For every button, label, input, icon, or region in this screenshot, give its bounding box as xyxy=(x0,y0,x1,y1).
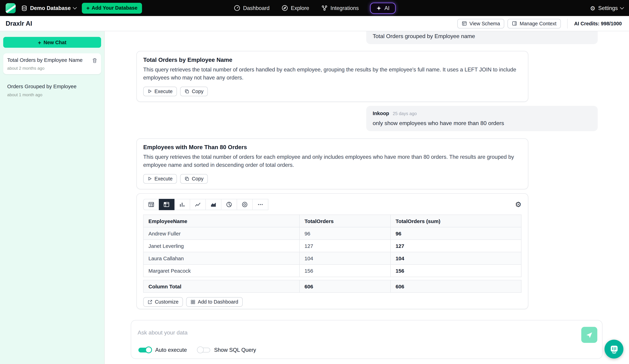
manage-context-button[interactable]: Manage Context xyxy=(507,19,561,28)
copy-icon xyxy=(185,176,190,181)
donut-chart-icon[interactable] xyxy=(237,199,253,210)
column-header[interactable]: TotalOrders xyxy=(300,215,390,227)
app-window: Demo Database + Add Your Database Dashbo… xyxy=(0,0,629,364)
chat-input[interactable] xyxy=(138,324,563,341)
send-icon xyxy=(586,331,593,338)
send-button[interactable] xyxy=(581,327,597,343)
nav-integrations[interactable]: Integrations xyxy=(321,5,359,11)
chat-item-time: about 1 month ago xyxy=(7,92,97,97)
show-sql-toggle[interactable]: Show SQL Query xyxy=(197,347,256,353)
nav-explore[interactable]: Explore xyxy=(282,5,309,11)
chevron-down-icon xyxy=(73,5,77,9)
result-table: EmployeeName TotalOrders TotalOrders (su… xyxy=(143,215,522,277)
divider xyxy=(567,19,568,28)
view-schema-button[interactable]: View Schema xyxy=(458,19,504,28)
add-database-button[interactable]: + Add Your Database xyxy=(82,3,142,13)
area-chart-icon[interactable] xyxy=(206,199,222,210)
sparkle-icon xyxy=(376,5,382,11)
chat-main-area: Total Orders grouped by Employee name To… xyxy=(105,31,629,364)
schema-icon xyxy=(462,21,467,26)
execute-button[interactable]: Execute xyxy=(143,174,177,183)
dashboard-icon xyxy=(234,5,240,11)
chat-support-launcher[interactable] xyxy=(605,340,624,359)
query-description: This query retrieves the total number of… xyxy=(143,153,522,169)
more-chart-types-icon[interactable] xyxy=(253,199,268,210)
page-header: Draxlr AI View Schema Manage Context xyxy=(0,16,629,31)
chart-settings-gear-icon[interactable]: ⚙ xyxy=(515,201,522,208)
line-chart-icon[interactable] xyxy=(190,199,206,210)
total-row: Column Total 606 606 xyxy=(144,280,521,293)
integrations-icon xyxy=(321,5,327,11)
result-table-total: Column Total 606 606 xyxy=(143,280,522,293)
ai-response-card: Total Orders by Employee Name This query… xyxy=(137,51,528,102)
message-timestamp: 25 days ago xyxy=(393,111,417,116)
nav-dashboard[interactable]: Dashboard xyxy=(234,5,269,11)
settings-menu[interactable]: ⚙ Settings xyxy=(590,5,624,11)
ai-response-card: Employees with More Than 80 Orders This … xyxy=(137,138,528,189)
add-to-dashboard-button[interactable]: Add to Dashboard xyxy=(186,297,243,307)
table-row: Laura Callahan 104 104 xyxy=(144,252,521,264)
customize-button[interactable]: Customize xyxy=(143,297,183,307)
page-title: Draxlr AI xyxy=(5,20,32,27)
message-author: Inkoop xyxy=(373,111,389,116)
table-header-row: EmployeeName TotalOrders TotalOrders (su… xyxy=(144,215,521,227)
new-chat-button[interactable]: + New Chat xyxy=(3,37,101,48)
external-link-icon xyxy=(148,300,153,304)
table-row: Janet Leverling 127 127 xyxy=(144,240,521,252)
copy-button[interactable]: Copy xyxy=(180,174,208,183)
query-title: Employees with More Than 80 Orders xyxy=(143,144,522,150)
plus-icon: + xyxy=(38,39,41,46)
query-title: Total Orders by Employee Name xyxy=(143,57,522,63)
play-icon xyxy=(148,89,152,94)
auto-execute-toggle[interactable]: Auto execute xyxy=(138,347,187,353)
trash-icon xyxy=(92,58,98,63)
chart-type-toolbar: ⚙ xyxy=(143,199,522,210)
table-row: Andrew Fuller 96 96 xyxy=(144,227,521,240)
sidebar-chat-item[interactable]: Orders Grouped by Employee about 1 month… xyxy=(3,80,101,101)
delete-chat-button[interactable] xyxy=(92,58,98,63)
settings-label: Settings xyxy=(598,5,618,11)
chevron-down-icon xyxy=(620,5,624,9)
bar-chart-icon[interactable] xyxy=(174,199,190,210)
sidebar-chat-item[interactable]: Total Orders by Employee Name about 2 mo… xyxy=(3,53,101,74)
dashboard-grid-icon xyxy=(191,300,195,304)
top-navigation-bar: Demo Database + Add Your Database Dashbo… xyxy=(0,0,629,16)
table-view-icon[interactable] xyxy=(143,199,159,210)
database-selector-label: Demo Database xyxy=(30,5,71,11)
database-selector[interactable]: Demo Database xyxy=(21,5,76,11)
database-icon xyxy=(21,5,27,11)
compass-icon xyxy=(282,5,288,11)
chat-item-time: about 2 months ago xyxy=(7,66,97,71)
query-description: This query retrieves the total number of… xyxy=(143,66,522,82)
chat-bubble-icon xyxy=(609,344,619,354)
user-message: Inkoop 25 days ago only show employees w… xyxy=(366,106,598,131)
copy-icon xyxy=(185,89,190,94)
chat-composer: Auto execute Show SQL Query xyxy=(131,320,603,359)
chat-sidebar: + New Chat Total Orders by Employee Name… xyxy=(0,31,105,364)
column-header[interactable]: EmployeeName xyxy=(144,215,300,227)
user-message: Total Orders grouped by Employee name xyxy=(366,31,598,44)
context-panel-icon xyxy=(512,21,517,26)
execute-button[interactable]: Execute xyxy=(143,87,177,96)
ai-credits: AI Credits: 998/1000 xyxy=(574,21,624,26)
copy-button[interactable]: Copy xyxy=(180,87,208,96)
toggle-switch-off[interactable] xyxy=(197,347,210,352)
main-nav: Dashboard Explore Integrations xyxy=(234,0,395,16)
pivot-table-view-icon[interactable] xyxy=(159,199,174,210)
result-card: ⚙ EmployeeName TotalOrders TotalOrders (… xyxy=(137,193,528,309)
column-header[interactable]: TotalOrders (sum) xyxy=(390,215,521,227)
chat-item-title: Orders Grouped by Employee xyxy=(7,83,97,90)
draxlr-logo[interactable] xyxy=(5,3,15,13)
plus-icon: + xyxy=(86,5,90,11)
gear-icon: ⚙ xyxy=(590,5,596,11)
table-row: Margaret Peacock 156 156 xyxy=(144,264,521,277)
toggle-switch-on[interactable] xyxy=(138,347,151,352)
pie-chart-icon[interactable] xyxy=(221,199,237,210)
play-icon xyxy=(148,176,152,181)
chat-item-title: Total Orders by Employee Name xyxy=(7,57,97,64)
nav-ai[interactable]: AI xyxy=(371,3,395,13)
